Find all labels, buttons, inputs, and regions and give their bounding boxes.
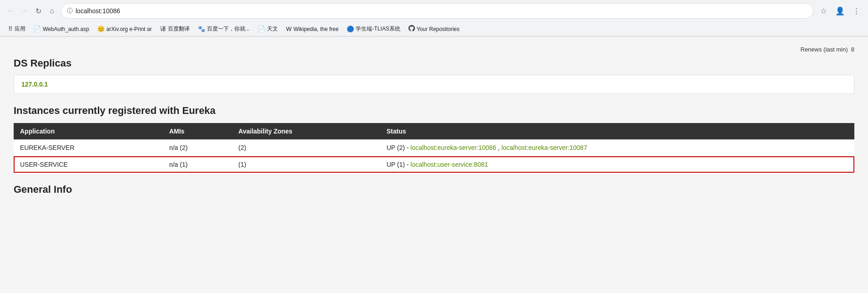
forward-button[interactable]: → xyxy=(18,5,31,17)
bookmark-your-repos-label: Your Repositories xyxy=(417,26,459,32)
page-icon-2: 📄 xyxy=(258,26,265,32)
bookmark-tianwen-label: 天文 xyxy=(267,25,278,33)
general-info-heading: General Info xyxy=(14,184,854,195)
status-up-text-2: UP (1) - xyxy=(387,161,411,168)
browser-chrome: ← → ↻ ⌂ ⓘ ☆ 👤 ⋮ ⠿ 应用 📄 WebAuth_auth.asp … xyxy=(0,0,868,37)
bookmark-star-button[interactable]: ☆ xyxy=(816,4,831,18)
status-up-text-1: UP (2) - xyxy=(387,144,411,151)
cell-zones-1: (2) xyxy=(232,139,380,156)
table-row: EUREKA-SERVER n/a (2) (2) UP (2) - local… xyxy=(14,139,854,156)
cell-status-2: UP (1) - localhost:user-service:8081 xyxy=(380,156,854,173)
instances-heading: Instances currently registered with Eure… xyxy=(14,105,854,117)
bookmarks-bar: ⠿ 应用 📄 WebAuth_auth.asp 😊 arXiv.org e-Pr… xyxy=(0,22,868,36)
eureka-server-link-1[interactable]: localhost:eureka-server:10086 xyxy=(410,144,496,151)
cell-application-1: EUREKA-SERVER xyxy=(14,139,163,156)
github-icon xyxy=(409,25,415,33)
cell-amis-1: n/a (2) xyxy=(163,139,232,156)
bookmark-apps[interactable]: ⠿ 应用 xyxy=(5,24,29,34)
bookmark-baidu-search-label: 百度一下，你就... xyxy=(207,25,250,33)
col-header-application: Application xyxy=(14,123,163,139)
back-button[interactable]: ← xyxy=(5,5,17,17)
bookmark-arxiv[interactable]: 😊 arXiv.org e-Print ar xyxy=(94,24,156,34)
cell-status-1: UP (2) - localhost:eureka-server:10086 ,… xyxy=(380,139,854,156)
renews-label: Renews (last min) xyxy=(801,46,848,53)
replica-ip: 127.0.0.1 xyxy=(21,81,48,88)
smiley-icon: 😊 xyxy=(97,26,105,32)
browser-toolbar: ← → ↻ ⌂ ⓘ ☆ 👤 ⋮ xyxy=(0,0,868,22)
bookmark-tlias-label: 学生端-TLIAS系统 xyxy=(356,25,400,33)
col-header-status: Status xyxy=(380,123,854,139)
ds-replicas-heading: DS Replicas xyxy=(14,57,854,69)
page-icon-1: 📄 xyxy=(34,26,41,32)
bookmark-wikipedia-label: Wikipedia, the free xyxy=(293,26,338,32)
bookmark-webauth[interactable]: 📄 WebAuth_auth.asp xyxy=(30,24,93,34)
translate-icon: 译 xyxy=(160,25,166,33)
address-input[interactable] xyxy=(76,7,807,15)
profile-button[interactable]: 👤 xyxy=(833,4,847,18)
bookmark-arxiv-label: arXiv.org e-Print ar xyxy=(106,26,152,32)
cell-application-2: USER-SERVICE xyxy=(14,156,163,173)
home-button[interactable]: ⌂ xyxy=(45,5,58,17)
table-row-highlighted: USER-SERVICE n/a (1) (1) UP (1) - localh… xyxy=(14,156,854,173)
nav-buttons: ← → ↻ ⌂ xyxy=(5,5,58,17)
bookmark-wikipedia[interactable]: W Wikipedia, the free xyxy=(283,24,343,34)
paw-icon: 🐾 xyxy=(198,26,205,32)
replica-box: 127.0.0.1 xyxy=(14,75,854,94)
cell-zones-2: (1) xyxy=(232,156,380,173)
eureka-server-link-2[interactable]: localhost:eureka-server:10087 xyxy=(501,144,587,151)
bookmark-baidu-fanyi[interactable]: 译 百度翻译 xyxy=(156,24,193,35)
tlias-icon: 🔵 xyxy=(347,26,354,32)
col-header-zones: Availability Zones xyxy=(232,123,380,139)
bookmark-tlias[interactable]: 🔵 学生端-TLIAS系统 xyxy=(343,24,404,34)
bookmark-baidu-search[interactable]: 🐾 百度一下，你就... xyxy=(194,24,253,34)
bookmark-tianwen[interactable]: 📄 天文 xyxy=(254,24,282,34)
bookmark-your-repos[interactable]: Your Repositories xyxy=(405,24,463,34)
lock-icon: ⓘ xyxy=(67,7,73,15)
instances-table: Application AMIs Availability Zones Stat… xyxy=(14,123,854,173)
col-header-amis: AMIs xyxy=(163,123,232,139)
apps-grid-icon: ⠿ xyxy=(8,26,13,32)
address-bar[interactable]: ⓘ xyxy=(61,3,813,19)
cell-amis-2: n/a (1) xyxy=(163,156,232,173)
renews-value: 8 xyxy=(851,46,854,53)
toolbar-right: ☆ 👤 ⋮ xyxy=(816,4,863,18)
bookmark-apps-label: 应用 xyxy=(15,25,25,33)
renews-row: Renews (last min) 8 xyxy=(14,46,854,53)
bookmark-webauth-label: WebAuth_auth.asp xyxy=(43,26,89,32)
menu-button[interactable]: ⋮ xyxy=(849,4,863,18)
reload-button[interactable]: ↻ xyxy=(32,5,45,17)
wikipedia-icon: W xyxy=(286,26,292,32)
page-content: Renews (last min) 8 DS Replicas 127.0.0.… xyxy=(0,37,868,293)
bookmark-baidu-fanyi-label: 百度翻译 xyxy=(168,25,190,33)
user-service-link[interactable]: localhost:user-service:8081 xyxy=(410,161,488,168)
table-header-row: Application AMIs Availability Zones Stat… xyxy=(14,123,854,139)
